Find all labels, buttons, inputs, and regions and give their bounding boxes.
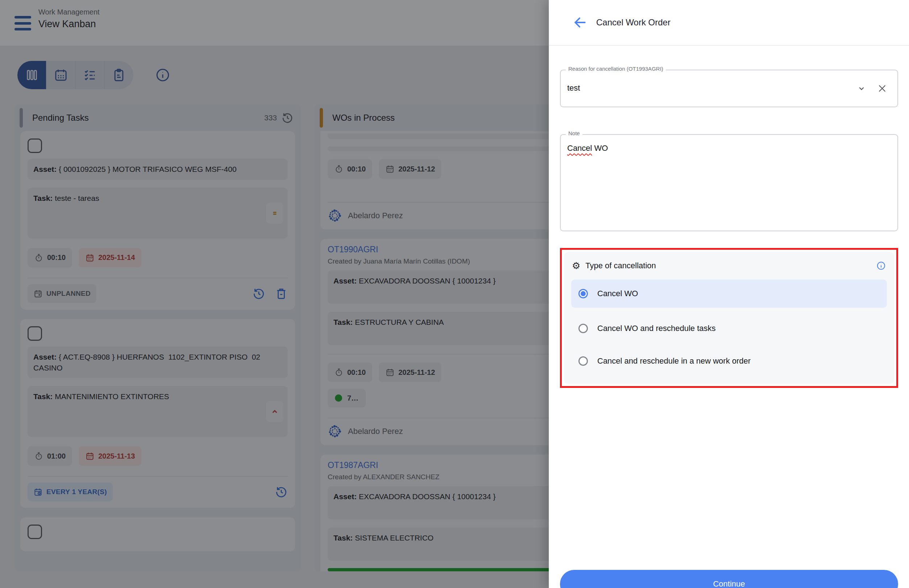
note-word-rest: WO bbox=[592, 144, 608, 153]
arrow-left-icon bbox=[572, 15, 588, 31]
radio-selected-icon[interactable] bbox=[578, 289, 588, 298]
radio-option-label: Cancel WO bbox=[597, 289, 638, 298]
note-field-value: Cancel WO bbox=[567, 144, 608, 153]
radio-option-label: Cancel WO and reschedule tasks bbox=[597, 324, 716, 333]
screen: Work Management View Kanban Pending bbox=[0, 0, 909, 588]
modal-dim-overlay bbox=[0, 0, 549, 588]
panel-header: Cancel Work Order bbox=[549, 0, 909, 46]
panel-title: Cancel Work Order bbox=[596, 18, 670, 27]
clear-reason-icon[interactable] bbox=[877, 82, 888, 94]
note-field-label: Note bbox=[566, 130, 583, 136]
reason-select-field[interactable]: Reason for cancellation (OT1993AGRI) tes… bbox=[560, 69, 898, 107]
type-info-icon[interactable] bbox=[876, 261, 886, 271]
annotation-red-box: ⚙ Type of cancellation Cancel WO Cancel … bbox=[560, 248, 898, 388]
continue-button[interactable]: Continue bbox=[560, 570, 898, 588]
radio-unselected-icon[interactable] bbox=[578, 356, 588, 366]
gear-icon: ⚙ bbox=[572, 261, 580, 270]
chevron-down-icon[interactable] bbox=[856, 83, 867, 94]
radio-option-cancel-reschedule-tasks[interactable]: Cancel WO and reschedule tasks bbox=[571, 317, 887, 341]
cancellation-type-title: Type of cancellation bbox=[585, 261, 656, 270]
reason-field-label: Reason for cancellation (OT1993AGRI) bbox=[566, 66, 666, 72]
radio-unselected-icon[interactable] bbox=[578, 324, 588, 333]
radio-option-label: Cancel and reschedule in a new work orde… bbox=[597, 356, 751, 366]
reason-field-value: test bbox=[567, 83, 580, 93]
radio-option-cancel-reschedule-new-wo[interactable]: Cancel and reschedule in a new work orde… bbox=[571, 349, 887, 373]
cancellation-type-section: ⚙ Type of cancellation Cancel WO Cancel … bbox=[564, 252, 894, 384]
note-word-misspelled: Cancel bbox=[567, 144, 592, 153]
back-button[interactable] bbox=[572, 14, 588, 31]
panel-body: Reason for cancellation (OT1993AGRI) tes… bbox=[549, 69, 909, 588]
cancel-work-order-panel: Cancel Work Order Reason for cancellatio… bbox=[549, 0, 909, 588]
note-field[interactable]: Note Cancel WO bbox=[560, 134, 898, 231]
radio-option-cancel-wo[interactable]: Cancel WO bbox=[571, 279, 887, 308]
